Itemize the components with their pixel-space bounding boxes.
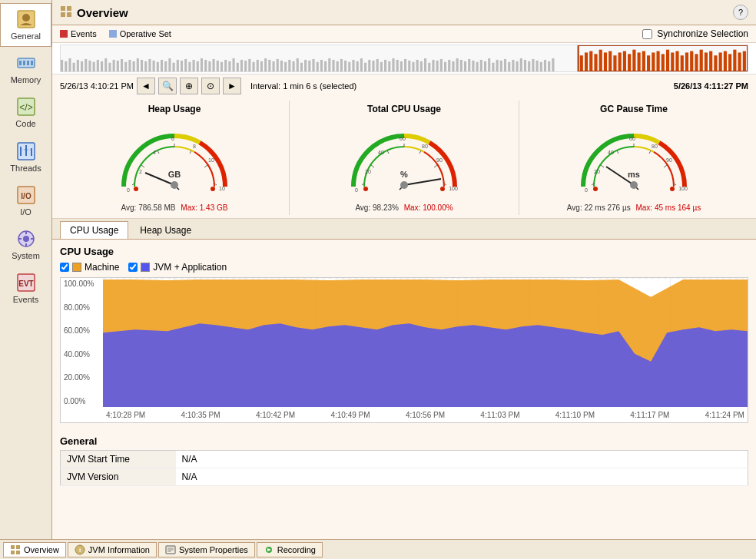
svg-rect-178 bbox=[705, 52, 708, 71]
svg-rect-108 bbox=[380, 62, 383, 71]
events-color bbox=[60, 30, 68, 38]
events-icon: EVT bbox=[15, 272, 37, 293]
sidebar-item-events[interactable]: EVT Events bbox=[0, 266, 51, 310]
events-label: Events bbox=[71, 29, 97, 38]
svg-line-210 bbox=[387, 150, 389, 154]
svg-rect-152 bbox=[580, 55, 583, 71]
sidebar-item-io[interactable]: I/O I/O bbox=[0, 179, 51, 223]
svg-rect-153 bbox=[585, 52, 588, 71]
svg-rect-76 bbox=[252, 62, 254, 71]
svg-rect-137 bbox=[496, 60, 499, 71]
machine-legend-label: Machine bbox=[85, 262, 119, 273]
svg-rect-105 bbox=[368, 60, 370, 71]
machine-checkbox[interactable] bbox=[60, 263, 69, 272]
x-label-7: 4:11:17 PM bbox=[630, 411, 669, 419]
svg-rect-94 bbox=[324, 61, 327, 71]
main-content: Overview ? Events Operative Set Synchron… bbox=[52, 0, 756, 539]
bottom-tab-overview[interactable]: Overview bbox=[3, 542, 66, 557]
svg-rect-134 bbox=[484, 61, 486, 71]
nav-zoom-in-button[interactable]: ⊕ bbox=[180, 78, 198, 94]
svg-line-233 bbox=[664, 165, 667, 167]
svg-rect-43 bbox=[121, 59, 123, 71]
chart-svg bbox=[103, 278, 748, 407]
svg-rect-68 bbox=[220, 62, 223, 71]
svg-rect-171 bbox=[671, 52, 674, 71]
bottom-tab-recording[interactable]: Recording bbox=[257, 542, 323, 557]
svg-rect-135 bbox=[488, 58, 490, 71]
sidebar-item-threads[interactable]: Threads bbox=[0, 135, 51, 179]
sidebar-item-code[interactable]: </> Code bbox=[0, 91, 51, 134]
page-title: Overview bbox=[77, 6, 128, 19]
tab-heap-usage[interactable]: Heap Usage bbox=[130, 221, 201, 239]
threads-icon bbox=[15, 141, 37, 162]
svg-rect-66 bbox=[213, 59, 215, 71]
svg-rect-150 bbox=[548, 61, 550, 71]
legend-operative-set: Operative Set bbox=[109, 29, 171, 38]
area-chart[interactable]: 100.00% 80.00% 60.00% 40.00% 20.00% 0.00… bbox=[60, 277, 748, 423]
tab-cpu-usage[interactable]: CPU Usage bbox=[60, 221, 128, 239]
svg-rect-42 bbox=[117, 61, 119, 71]
jvm-checkbox[interactable] bbox=[128, 263, 138, 272]
svg-text:20: 20 bbox=[594, 169, 600, 174]
svg-rect-130 bbox=[468, 59, 470, 71]
svg-point-224 bbox=[400, 181, 408, 189]
svg-rect-176 bbox=[695, 54, 698, 71]
svg-rect-58 bbox=[181, 61, 183, 71]
svg-rect-138 bbox=[500, 61, 502, 71]
help-button[interactable]: ? bbox=[733, 5, 748, 20]
chart-x-labels: 4:10:28 PM 4:10:35 PM 4:10:42 PM 4:10:49… bbox=[103, 407, 748, 422]
x-label-5: 4:11:03 PM bbox=[480, 411, 519, 419]
sidebar-item-general[interactable]: General bbox=[0, 3, 51, 47]
svg-rect-142 bbox=[516, 61, 519, 71]
svg-rect-87 bbox=[297, 58, 299, 71]
svg-rect-162 bbox=[628, 54, 631, 71]
jvm-version-label: JVM Version bbox=[61, 468, 176, 486]
memory-icon bbox=[15, 52, 37, 74]
bottom-tab-jvm-info[interactable]: i JVM Information bbox=[68, 542, 157, 557]
svg-text:80: 80 bbox=[652, 144, 658, 149]
gc-avg: Avg: 22 ms 276 µs bbox=[567, 203, 631, 212]
bottom-tab-recording-label: Recording bbox=[277, 545, 316, 554]
gc-pause-gauge: GC Pause Time 0 bbox=[519, 101, 748, 215]
gc-gauge-title: GC Pause Time bbox=[600, 104, 668, 114]
svg-rect-143 bbox=[520, 58, 522, 71]
heap-avg: Avg: 786.58 MB bbox=[121, 203, 176, 212]
svg-line-192 bbox=[190, 150, 191, 154]
svg-rect-127 bbox=[456, 58, 459, 71]
bottom-tab-system-props[interactable]: System Properties bbox=[158, 542, 255, 557]
system-icon bbox=[15, 228, 37, 250]
sync-area: Synchronize Selection bbox=[642, 28, 748, 39]
nav-zoom-out-button[interactable]: 🔍 bbox=[158, 78, 177, 94]
svg-rect-125 bbox=[448, 60, 450, 71]
svg-rect-95 bbox=[328, 58, 330, 71]
minimap-svg bbox=[61, 45, 748, 71]
svg-rect-37 bbox=[97, 60, 99, 71]
svg-line-229 bbox=[601, 165, 604, 167]
jvm-start-time-label: JVM Start Time bbox=[61, 451, 176, 468]
svg-point-244 bbox=[630, 181, 638, 189]
svg-rect-120 bbox=[428, 63, 430, 71]
svg-rect-60 bbox=[188, 62, 191, 71]
svg-rect-111 bbox=[392, 58, 394, 71]
svg-rect-103 bbox=[360, 58, 363, 71]
svg-text:0: 0 bbox=[127, 187, 130, 193]
svg-rect-85 bbox=[288, 60, 290, 71]
general-table: JVM Start Time N/A JVM Version N/A bbox=[60, 450, 748, 486]
sidebar-item-system[interactable]: System bbox=[0, 223, 51, 266]
svg-line-232 bbox=[649, 150, 651, 154]
svg-rect-170 bbox=[666, 50, 669, 71]
svg-rect-27 bbox=[67, 12, 71, 17]
timeline-minimap[interactable] bbox=[60, 45, 748, 72]
sync-checkbox[interactable] bbox=[642, 29, 652, 39]
heap-gauge-title: Heap Usage bbox=[148, 104, 201, 114]
sidebar-item-memory[interactable]: Memory bbox=[0, 47, 51, 91]
nav-reset-button[interactable]: ⊙ bbox=[201, 78, 220, 94]
nav-forward-button[interactable]: ► bbox=[223, 78, 241, 94]
svg-rect-56 bbox=[173, 63, 175, 71]
gc-gauge-svg: 0 20 40 60 80 90 100 ms bbox=[572, 117, 695, 202]
svg-rect-100 bbox=[348, 62, 350, 71]
chart-svg-area bbox=[103, 278, 748, 407]
svg-rect-123 bbox=[440, 59, 443, 71]
nav-back-button[interactable]: ◄ bbox=[137, 78, 155, 94]
svg-rect-79 bbox=[264, 58, 267, 71]
